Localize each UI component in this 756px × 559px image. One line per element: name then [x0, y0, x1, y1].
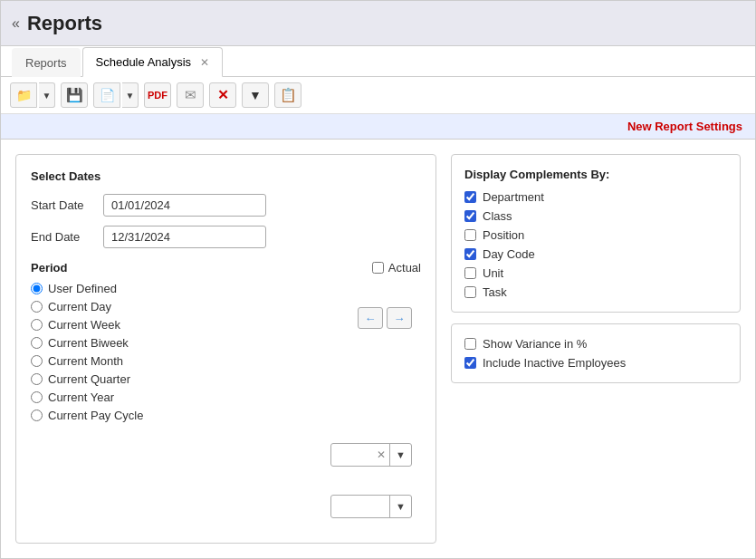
title-bar: « Reports — [1, 1, 755, 46]
email-button[interactable]: ✉ — [177, 82, 204, 108]
period-radio-group: User Defined Current Day Current Week Cu… — [31, 282, 421, 422]
period-section: Period Actual User Defined Current Day — [31, 261, 421, 422]
complements-box: Display Complements By: Department Class… — [451, 154, 741, 313]
start-date-label: Start Date — [31, 198, 94, 212]
tab-bar: Reports Schedule Analysis ✕ — [1, 46, 755, 77]
actual-label: Actual — [388, 261, 421, 275]
dates-section-title: Select Dates — [31, 169, 421, 183]
prev-arrow-button[interactable]: ← — [358, 307, 383, 329]
complements-title: Display Complements By: — [464, 168, 727, 181]
checkbox-unit[interactable]: Unit — [464, 266, 727, 280]
variance-label: Show Variance in % — [483, 337, 587, 351]
next-arrow-button[interactable]: → — [387, 307, 412, 329]
filter-button[interactable]: ▼ — [242, 82, 269, 108]
back-icon[interactable]: « — [12, 15, 20, 32]
pdf-button[interactable]: PDF — [144, 82, 171, 108]
save-button[interactable]: 💾 — [61, 82, 88, 108]
checkbox-department[interactable]: Department — [464, 190, 727, 204]
main-window: « Reports Reports Schedule Analysis ✕ 📁 … — [0, 0, 756, 559]
settings-bar: New Report Settings — [1, 114, 755, 140]
folder-button[interactable]: 📁 — [10, 82, 37, 108]
checkbox-day-code[interactable]: Day Code — [464, 247, 727, 261]
radio-current-biweek[interactable]: Current Biweek — [31, 336, 421, 350]
delete-button[interactable]: ✕ — [209, 82, 236, 108]
start-date-input[interactable] — [103, 194, 266, 217]
quarter-dropdown[interactable]: ✕ ▼ — [330, 443, 412, 467]
checkbox-inactive-employees[interactable]: Include Inactive Employees — [464, 356, 727, 370]
paycycle-dropdown[interactable]: ▼ — [330, 495, 412, 518]
quarter-clear-button[interactable]: ✕ — [331, 448, 389, 461]
radio-current-quarter[interactable]: Current Quarter — [31, 372, 421, 386]
copy-dropdown-button[interactable]: ▼ — [122, 82, 139, 108]
end-date-input[interactable] — [103, 226, 266, 248]
variance-box: Show Variance in % Include Inactive Empl… — [451, 323, 741, 383]
nav-arrows: ← → — [358, 307, 412, 329]
checkbox-class[interactable]: Class — [464, 209, 727, 223]
folder-dropdown-button[interactable]: ▼ — [39, 82, 55, 108]
start-date-row: Start Date — [31, 194, 421, 217]
right-panel: Display Complements By: Department Class… — [451, 154, 741, 544]
period-header: Period Actual — [31, 261, 421, 275]
checkbox-variance[interactable]: Show Variance in % — [464, 337, 727, 351]
tab-reports[interactable]: Reports — [12, 48, 81, 77]
notes-button[interactable]: 📋 — [274, 82, 301, 108]
actual-checkbox[interactable] — [372, 262, 384, 274]
paycycle-dropdown-arrow[interactable]: ▼ — [389, 496, 411, 517]
left-panel: Select Dates Start Date End Date Period … — [15, 154, 436, 544]
tab-close-icon[interactable]: ✕ — [200, 56, 209, 69]
checkbox-task[interactable]: Task — [464, 285, 727, 299]
toolbar: 📁 ▼ 💾 📄 ▼ PDF ✉ ✕ ▼ 📋 — [1, 77, 755, 114]
radio-current-month[interactable]: Current Month — [31, 354, 421, 368]
end-date-label: End Date — [31, 230, 94, 244]
new-report-settings-label: New Report Settings — [627, 120, 742, 133]
radio-user-defined[interactable]: User Defined — [31, 282, 421, 295]
copy-button[interactable]: 📄 — [93, 82, 120, 108]
main-content: Select Dates Start Date End Date Period … — [1, 140, 755, 558]
tab-schedule-analysis[interactable]: Schedule Analysis ✕ — [82, 47, 223, 77]
radio-current-pay-cycle[interactable]: Current Pay Cycle — [31, 409, 421, 422]
page-title: Reports — [27, 12, 102, 35]
end-date-row: End Date — [31, 226, 421, 248]
period-title: Period — [31, 261, 67, 275]
checkbox-position[interactable]: Position — [464, 228, 727, 242]
actual-checkbox-label[interactable]: Actual — [372, 261, 421, 275]
inactive-label: Include Inactive Employees — [483, 356, 626, 370]
radio-current-year[interactable]: Current Year — [31, 390, 421, 404]
quarter-dropdown-arrow[interactable]: ▼ — [389, 444, 411, 466]
